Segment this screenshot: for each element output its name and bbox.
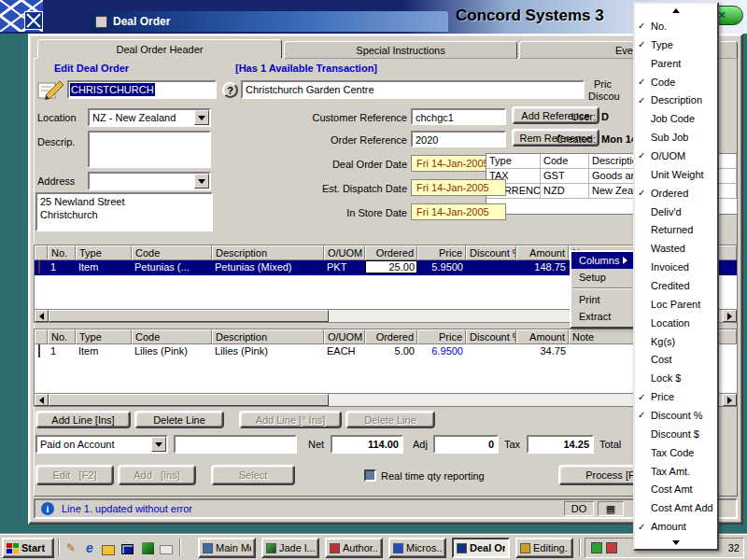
task-main-menu[interactable]: Main Menu <box>198 538 256 558</box>
context-menu-columns[interactable]: Columns <box>571 252 633 269</box>
columns-menu-item[interactable]: Parent <box>635 54 717 73</box>
mail-icon[interactable] <box>159 540 174 555</box>
column-header[interactable]: Type <box>76 329 132 344</box>
column-header[interactable]: Price <box>417 329 466 344</box>
column-header[interactable]: Description <box>212 245 324 260</box>
tab-special-instructions[interactable]: Special Instructions <box>284 41 517 59</box>
columns-menu-item[interactable]: Kg(s) <box>635 332 717 351</box>
column-header[interactable]: Price <box>417 245 466 260</box>
columns-menu-scroll-up[interactable] <box>635 4 717 17</box>
columns-menu-item[interactable]: ✓Type <box>635 35 717 54</box>
columns-menu-item[interactable]: Tax Amt. <box>635 462 717 481</box>
tray-icon-1[interactable] <box>591 542 602 553</box>
select-button[interactable]: Select <box>211 465 295 485</box>
address-text[interactable]: 25 Newland Street Christchurch <box>35 192 213 231</box>
columns-menu-item[interactable]: ✓Code <box>635 73 717 91</box>
column-header[interactable]: O/UOM <box>324 329 365 344</box>
columns-menu-scroll-down[interactable] <box>635 536 717 549</box>
payment-reference-input[interactable] <box>174 435 297 454</box>
grid-row[interactable]: 1 Item Lilies (Pink) Lilies (Pink) EACH … <box>35 344 737 359</box>
columns-menu-item[interactable]: ✓Description <box>635 91 717 109</box>
start-button[interactable]: Start <box>2 538 54 558</box>
columns-menu-item[interactable]: ✓Price <box>635 387 717 406</box>
task-author[interactable]: Author... <box>325 538 383 558</box>
scroll-left-button[interactable] <box>35 310 49 322</box>
column-header[interactable]: Ordered <box>365 245 417 260</box>
column-header[interactable]: Ordered <box>365 329 417 344</box>
column-header[interactable]: No. <box>48 329 76 344</box>
column-header[interactable]: Amount <box>516 245 569 260</box>
columns-menu-item[interactable]: Deliv'd <box>635 203 717 221</box>
delete-line-2-button[interactable]: Delete Line <box>345 411 435 428</box>
desktop-icon[interactable] <box>120 540 134 555</box>
task-jade[interactable]: Jade l... <box>261 538 319 558</box>
column-header[interactable]: Amount <box>516 329 569 344</box>
window-titlebar[interactable]: Deal Order <box>90 11 448 32</box>
ordered-edit-cell[interactable]: 25.00 <box>365 260 417 273</box>
columns-menu-item[interactable]: Sub Job <box>635 128 717 147</box>
scrollbar-thumb[interactable] <box>49 310 329 322</box>
columns-menu-item[interactable]: Wasted <box>635 239 717 258</box>
add-button[interactable]: Add [Ins] <box>118 465 196 485</box>
columns-menu-item[interactable]: Discount $ <box>635 425 717 443</box>
help-button[interactable]: ? <box>222 82 238 98</box>
add-line-button[interactable]: Add Line [Ins] <box>35 411 131 428</box>
column-header[interactable]: Discount % <box>466 329 516 344</box>
scroll-left-button[interactable] <box>35 394 49 406</box>
payment-method-dropdown[interactable]: Paid on Account <box>35 435 168 454</box>
tab-deal-order-header[interactable]: Deal Order Header <box>37 39 282 59</box>
folder-icon[interactable] <box>101 540 116 555</box>
delete-line-button[interactable]: Delete Line <box>134 411 224 428</box>
column-header[interactable]: Description <box>212 329 324 344</box>
scrollbar-thumb[interactable] <box>49 394 329 406</box>
window-icon[interactable] <box>24 11 43 30</box>
add-line-2-button[interactable]: Add Line [° Ins] <box>239 411 342 428</box>
customer-code-input[interactable]: CHRISTCHURCH <box>67 80 217 99</box>
task-microsoft[interactable]: Micros... <box>388 538 446 558</box>
payment-dropdown-button[interactable] <box>151 437 166 452</box>
scroll-right-button[interactable] <box>723 394 737 406</box>
columns-menu-item[interactable]: ✓No. <box>635 17 717 35</box>
customer-name-input[interactable]: Christchurch Garden Centre <box>241 80 585 99</box>
edit-button[interactable]: Edit [F2] <box>35 465 114 485</box>
column-header[interactable]: No. <box>48 245 76 260</box>
context-menu-print[interactable]: Print <box>571 291 633 308</box>
columns-menu-item[interactable]: Tax Code <box>635 443 717 462</box>
columns-menu-item[interactable]: Location <box>635 314 717 332</box>
tray-icon-2[interactable] <box>606 542 617 553</box>
grid2-horizontal-scrollbar[interactable] <box>35 393 737 406</box>
columns-menu-item[interactable]: Returned <box>635 220 717 239</box>
columns-menu-item[interactable]: Invoiced <box>635 258 717 276</box>
in-store-date-field[interactable]: Fri 14-Jan-2005 <box>411 203 506 220</box>
columns-menu-item[interactable]: ✓Amount <box>635 517 717 536</box>
task-editing[interactable]: Editing... <box>515 538 573 558</box>
columns-menu-item[interactable]: Cost Amt Add <box>635 498 717 517</box>
columns-menu-item[interactable]: Lock $ <box>635 369 717 387</box>
column-header[interactable]: Discount % <box>466 245 516 260</box>
location-dropdown-button[interactable] <box>194 110 209 125</box>
notepad-icon[interactable] <box>63 540 78 555</box>
descrip-input[interactable] <box>88 131 211 168</box>
columns-menu-item[interactable]: ✓Ordered <box>635 184 717 203</box>
context-menu-extract[interactable]: Extract <box>571 308 633 325</box>
columns-menu-item[interactable]: ✓Discount % <box>635 406 717 425</box>
column-header[interactable]: Type <box>76 245 132 260</box>
jade-icon[interactable] <box>140 540 155 555</box>
address-dropdown[interactable] <box>88 172 211 190</box>
column-header[interactable]: O/UOM <box>324 245 365 260</box>
columns-menu-item[interactable]: Cost <box>635 350 717 369</box>
ie-icon[interactable] <box>82 540 97 555</box>
column-header[interactable]: Code <box>132 329 212 344</box>
order-reference-input[interactable]: 2020 <box>411 131 506 147</box>
columns-menu-item[interactable]: Credited <box>635 276 717 295</box>
columns-menu-item[interactable]: Cost Amt <box>635 480 717 498</box>
columns-menu-item[interactable]: Loc Parent <box>635 295 717 314</box>
columns-menu-item[interactable]: Unit Weight <box>635 165 717 184</box>
customer-reference-input[interactable]: chchgc1 <box>411 108 506 125</box>
context-menu-setup[interactable]: Setup <box>571 269 633 286</box>
realtime-qty-checkbox[interactable] <box>364 469 376 482</box>
scroll-right-button[interactable] <box>723 310 737 322</box>
location-dropdown[interactable]: NZ - New Zealand <box>88 108 211 127</box>
task-deal-order[interactable]: Deal Or... <box>452 538 510 558</box>
column-header[interactable]: Code <box>132 245 212 260</box>
